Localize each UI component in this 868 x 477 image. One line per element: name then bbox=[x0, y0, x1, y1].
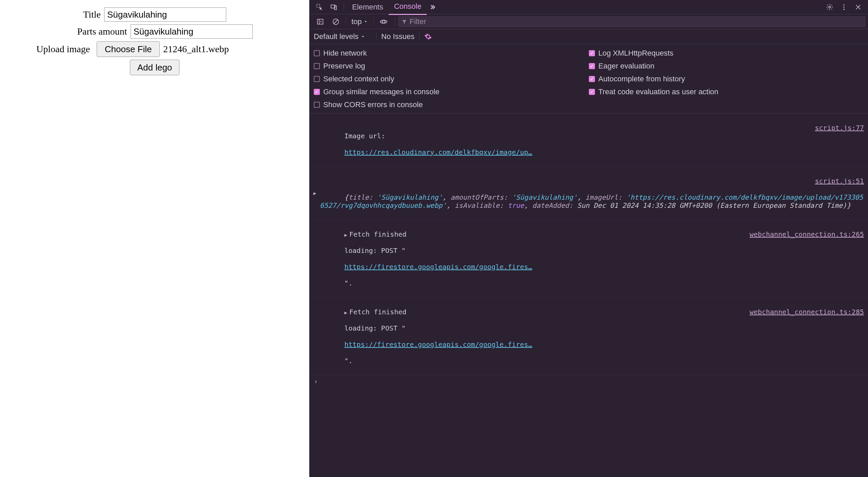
log-text: loading: POST " bbox=[344, 246, 406, 255]
log-value: 'Sügavikulahing' bbox=[377, 193, 443, 201]
context-selector[interactable]: top bbox=[351, 17, 368, 26]
devtools-toolbar: Elements Console bbox=[310, 0, 868, 14]
close-devtools-icon[interactable] bbox=[854, 3, 863, 12]
choose-file-button[interactable]: Choose File bbox=[97, 41, 160, 57]
log-source-link[interactable]: script.js:51 bbox=[815, 177, 864, 185]
log-text: loading: POST " bbox=[344, 324, 406, 332]
log-value: true bbox=[508, 201, 524, 210]
setting-label: Hide network bbox=[323, 49, 367, 58]
kebab-menu-icon[interactable] bbox=[840, 3, 848, 12]
console-log-body[interactable]: script.js:77 Image url: https://res.clou… bbox=[310, 114, 868, 477]
log-key: imageUrl: bbox=[585, 193, 622, 201]
setting-label: Eager evaluation bbox=[598, 62, 654, 71]
page-content: Title Parts amount Upload image Choose F… bbox=[0, 0, 309, 477]
log-url-link[interactable]: https://firestore.googleapis.com/google.… bbox=[344, 263, 532, 271]
checkbox-icon bbox=[314, 76, 320, 82]
log-text: { bbox=[344, 193, 348, 201]
parts-input[interactable] bbox=[131, 24, 253, 39]
log-entry: ▶Fetch finished webchannel_connection.ts… bbox=[310, 220, 868, 298]
filter-icon bbox=[402, 19, 407, 24]
console-settings-icon[interactable] bbox=[424, 33, 432, 40]
checkbox-icon: ✓ bbox=[589, 76, 595, 82]
console-levels-row: Default levels No Issues bbox=[310, 29, 868, 44]
svg-point-11 bbox=[382, 20, 385, 23]
issues-label[interactable]: No Issues bbox=[381, 32, 414, 41]
parts-row: Parts amount bbox=[77, 24, 253, 39]
svg-point-5 bbox=[843, 6, 845, 8]
log-key: title: bbox=[348, 193, 373, 201]
log-url-link[interactable]: https://firestore.googleapis.com/google.… bbox=[344, 340, 532, 349]
toolbar-separator bbox=[395, 18, 395, 26]
setting-label: Autocomplete from history bbox=[598, 75, 685, 83]
toolbar-separator bbox=[346, 18, 346, 26]
live-expression-icon[interactable] bbox=[379, 17, 388, 26]
log-entry: script.js:77 Image url: https://res.clou… bbox=[310, 114, 868, 167]
title-label: Title bbox=[83, 9, 101, 20]
file-name: 21246_alt1.webp bbox=[163, 44, 229, 55]
console-toolbar: top Filter bbox=[310, 14, 868, 29]
log-value: 'Sügavikulahing' bbox=[512, 193, 577, 201]
more-tabs-icon[interactable] bbox=[428, 3, 437, 12]
svg-point-6 bbox=[843, 8, 845, 10]
toggle-sidebar-icon[interactable] bbox=[316, 17, 325, 26]
checkbox-icon bbox=[314, 102, 320, 108]
log-url-link[interactable]: https://res.cloudinary.com/delkfbqxv/ima… bbox=[344, 148, 532, 156]
expand-icon[interactable]: ▶ bbox=[313, 191, 316, 196]
svg-rect-7 bbox=[317, 19, 323, 24]
context-selector-label: top bbox=[351, 17, 362, 26]
filter-input[interactable]: Filter bbox=[399, 17, 865, 27]
prompt-caret-icon: › bbox=[314, 377, 318, 385]
checkbox-icon: ✓ bbox=[589, 89, 595, 95]
setting-log-xhr[interactable]: ✓ Log XMLHttpRequests bbox=[589, 49, 864, 58]
log-text: ". bbox=[344, 357, 352, 365]
console-settings-grid: Hide network ✓ Log XMLHttpRequests Prese… bbox=[310, 44, 868, 114]
checkbox-icon: ✓ bbox=[589, 63, 595, 69]
setting-label: Log XMLHttpRequests bbox=[598, 49, 673, 58]
log-key: isAvaliable: bbox=[455, 201, 504, 210]
add-lego-button[interactable]: Add lego bbox=[130, 60, 179, 75]
expand-icon[interactable]: ▶ bbox=[344, 310, 347, 315]
title-input[interactable] bbox=[104, 7, 226, 22]
console-prompt[interactable]: › bbox=[310, 375, 868, 387]
checkbox-icon: ✓ bbox=[314, 89, 320, 95]
toolbar-separator bbox=[373, 18, 374, 26]
checkbox-icon bbox=[314, 63, 320, 69]
upload-label: Upload image bbox=[36, 44, 90, 55]
settings-icon[interactable] bbox=[825, 3, 834, 12]
log-value: Sun Dec 01 2024 14:35:28 GMT+0200 (Easte… bbox=[577, 201, 847, 210]
log-source-link[interactable]: script.js:77 bbox=[815, 124, 864, 132]
setting-eager-evaluation[interactable]: ✓ Eager evaluation bbox=[589, 62, 864, 71]
setting-selected-context[interactable]: Selected context only bbox=[314, 75, 589, 83]
default-levels-dropdown[interactable]: Default levels bbox=[314, 32, 365, 41]
clear-console-icon[interactable] bbox=[331, 17, 340, 26]
log-key: amountOfParts: bbox=[450, 193, 508, 201]
setting-label: Treat code evaluation as user action bbox=[598, 87, 718, 96]
expand-icon[interactable]: ▶ bbox=[344, 232, 347, 238]
log-source-link[interactable]: webchannel_connection.ts:285 bbox=[750, 308, 864, 316]
setting-preserve-log[interactable]: Preserve log bbox=[314, 62, 589, 71]
setting-hide-network[interactable]: Hide network bbox=[314, 49, 589, 58]
log-source-link[interactable]: webchannel_connection.ts:265 bbox=[750, 230, 864, 238]
tab-elements[interactable]: Elements bbox=[347, 0, 389, 15]
default-levels-label: Default levels bbox=[314, 32, 359, 41]
inspect-element-icon[interactable] bbox=[315, 3, 324, 12]
svg-point-3 bbox=[829, 6, 831, 8]
log-text: ". bbox=[344, 279, 352, 287]
log-text: Fetch finished bbox=[349, 308, 411, 316]
setting-label: Show CORS errors in console bbox=[323, 100, 423, 109]
log-key: dateAdded: bbox=[532, 201, 573, 210]
setting-show-cors[interactable]: Show CORS errors in console bbox=[314, 100, 589, 109]
setting-label: Preserve log bbox=[323, 62, 365, 71]
svg-point-4 bbox=[843, 4, 845, 5]
log-entry: script.js:51 ▶ {title: 'Sügavikulahing',… bbox=[310, 167, 868, 220]
tab-console[interactable]: Console bbox=[389, 0, 427, 15]
log-text: } bbox=[847, 201, 851, 210]
devtools-panel: Elements Console top bbox=[309, 0, 868, 477]
lego-form: Title Parts amount Upload image Choose F… bbox=[0, 6, 309, 75]
svg-rect-0 bbox=[317, 4, 320, 7]
device-toolbar-icon[interactable] bbox=[329, 3, 338, 12]
setting-autocomplete-history[interactable]: ✓ Autocomplete from history bbox=[589, 75, 864, 83]
setting-treat-user-action[interactable]: ✓ Treat code evaluation as user action bbox=[589, 87, 864, 96]
setting-group-similar[interactable]: ✓ Group similar messages in console bbox=[314, 87, 589, 96]
checkbox-icon bbox=[314, 50, 320, 56]
